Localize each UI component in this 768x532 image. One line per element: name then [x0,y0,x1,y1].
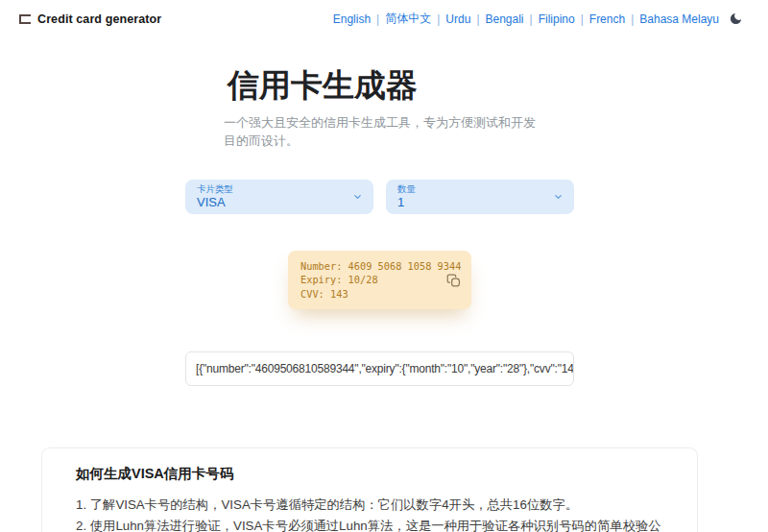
credit-card-logo-icon [19,14,31,24]
guide-step: 1. 了解VISA卡号的结构，VISA卡号遵循特定的结构：它们以数字4开头，总共… [76,496,663,514]
chevron-down-icon [352,191,363,202]
brand-title: Credit card generator [37,12,161,26]
guide-card: 如何生成VISA信用卡号码 1. 了解VISA卡号的结构，VISA卡号遵循特定的… [41,447,698,532]
guide-steps: 1. 了解VISA卡号的结构，VISA卡号遵循特定的结构：它们以数字4开头，总共… [76,496,663,532]
page-title: 信用卡生成器 [228,67,574,104]
page-subtitle: 一个强大且安全的信用卡生成工具，专为方便测试和开发目的而设计。 [224,113,546,151]
controls-row: 卡片类型 VISA 数量 1 [185,180,574,214]
language-separator: | [631,12,634,26]
card-type-label: 卡片类型 [197,183,345,195]
language-link[interactable]: Bahasa Melayu [639,12,719,26]
generated-card-row: Number: 4609 5068 1058 9344Expiry: 10/28… [185,251,574,310]
language-item: French | [589,12,639,26]
copy-button[interactable] [444,271,463,289]
language-separator: | [581,12,584,26]
quantity-label: 数量 [397,183,545,195]
language-item: English | [333,12,385,26]
card-lines: Number: 4609 5068 1058 9344Expiry: 10/28… [300,259,443,302]
card-field: Expiry: 10/28 [300,273,443,287]
language-list: English | 简体中文 | Urdu | Bengali | Filipi… [333,11,719,27]
dark-mode-toggle[interactable] [729,12,743,26]
language-link[interactable]: 简体中文 [385,11,431,27]
card-field: CVV: 143 [300,287,443,302]
brand[interactable]: Credit card generator [19,12,161,26]
json-output: [{"number":"4609506810589344","expiry":{… [185,351,574,386]
language-item: Bahasa Melayu | [639,12,719,26]
language-link[interactable]: French [589,12,625,26]
language-link[interactable]: Bengali [486,12,524,26]
language-link[interactable]: English [333,12,371,26]
copy-icon [446,273,461,287]
guide-title: 如何生成VISA信用卡号码 [76,465,663,483]
main-content: 信用卡生成器 一个强大且安全的信用卡生成工具，专为方便测试和开发目的而设计。 卡… [185,67,574,386]
language-item: Bengali | [486,12,539,26]
header: Credit card generator English | 简体中文 | U… [0,0,768,29]
language-link[interactable]: Filipino [539,12,575,26]
language-item: Filipino | [539,12,589,26]
generated-card: Number: 4609 5068 1058 9344Expiry: 10/28… [288,251,471,310]
card-field: Number: 4609 5068 1058 9344 [300,259,443,274]
card-type-value: VISA [197,195,345,209]
language-separator: | [376,12,379,26]
quantity-select[interactable]: 数量 1 [386,180,574,214]
language-separator: | [437,12,440,26]
language-separator: | [476,12,479,26]
quantity-value: 1 [397,195,545,209]
language-link[interactable]: Urdu [445,12,470,26]
language-separator: | [530,12,533,26]
guide-step: 2. 使用Luhn算法进行验证，VISA卡号必须通过Luhn算法，这是一种用于验… [76,518,663,532]
card-type-select[interactable]: 卡片类型 VISA [185,180,373,214]
language-nav: English | 简体中文 | Urdu | Bengali | Filipi… [333,11,743,27]
language-item: Urdu | [445,12,485,26]
chevron-down-icon [553,191,564,202]
moon-icon [729,12,743,26]
language-item: 简体中文 | [385,11,445,27]
